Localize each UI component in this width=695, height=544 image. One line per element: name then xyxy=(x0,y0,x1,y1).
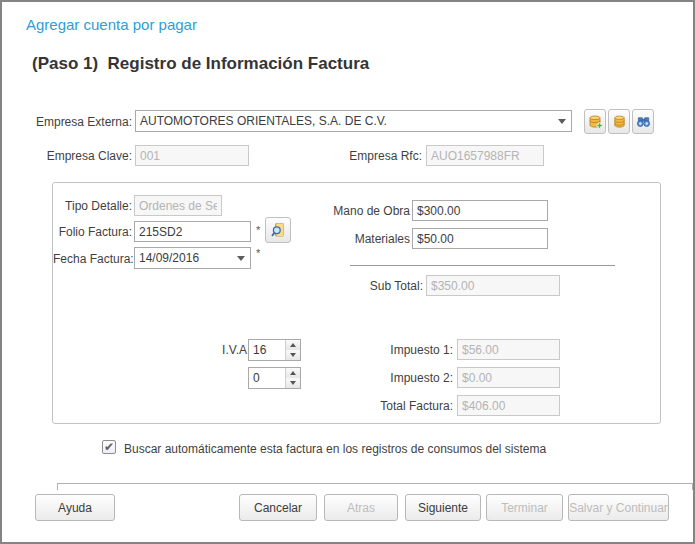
folder-search-icon xyxy=(270,222,286,238)
spinner-up-icon[interactable] xyxy=(286,368,300,378)
add-record-database-icon xyxy=(587,114,603,130)
folio-factura-input[interactable] xyxy=(134,221,251,242)
empresa-clave-input[interactable] xyxy=(135,145,249,166)
impuesto2-label: Impuesto 2: xyxy=(333,371,453,385)
empresa-clave-label: Empresa Clave: xyxy=(32,149,132,163)
folio-search-button[interactable] xyxy=(265,217,291,243)
subtotal-divider xyxy=(350,265,615,266)
ayuda-button[interactable]: Ayuda xyxy=(35,494,115,521)
spinner-down-icon[interactable] xyxy=(286,350,300,360)
database-icon xyxy=(612,114,627,129)
total-factura-input[interactable] xyxy=(457,395,560,416)
chevron-down-icon[interactable] xyxy=(553,111,571,131)
empresa-externa-value: AUTOMOTORES ORIENTALES, S.A. DE C.V. xyxy=(136,114,553,128)
empresa-rfc-input[interactable] xyxy=(426,145,544,166)
empresa-externa-combobox[interactable]: AUTOMOTORES ORIENTALES, S.A. DE C.V. xyxy=(135,110,572,132)
impuesto1-label: Impuesto 1: xyxy=(333,343,453,357)
cancelar-button[interactable]: Cancelar xyxy=(239,494,317,521)
sub-total-input[interactable] xyxy=(426,275,560,296)
folio-required-mark: * xyxy=(256,224,260,236)
materiales-input[interactable] xyxy=(412,228,548,249)
page-title: (Paso 1) Registro de Información Factura xyxy=(32,54,369,74)
impuesto2-input[interactable] xyxy=(457,367,560,388)
mano-de-obra-input[interactable] xyxy=(412,200,548,221)
chevron-down-icon[interactable] xyxy=(232,248,250,268)
sub-total-label: Sub Total: xyxy=(303,279,423,293)
tipo-detalle-label: Tipo Detalle: xyxy=(53,199,132,213)
fecha-factura-datepicker[interactable]: 14/09/2016 xyxy=(134,247,251,269)
tipo-detalle-input[interactable] xyxy=(134,195,222,216)
add-account-payable-window: Agregar cuenta por pagar (Paso 1) Regist… xyxy=(0,0,695,544)
siguiente-button[interactable]: Siguiente xyxy=(405,494,481,521)
folio-factura-label: Folio Factura: xyxy=(53,225,132,239)
checkmark-icon: ✔ xyxy=(104,440,114,454)
fecha-factura-value: 14/09/2016 xyxy=(135,251,232,265)
iva-extra-value: 0 xyxy=(249,368,285,388)
iva-spinner[interactable]: 16 xyxy=(248,339,301,361)
mano-de-obra-label: Mano de Obra xyxy=(303,204,410,218)
empresa-externa-label: Empresa Externa: xyxy=(32,115,132,129)
auto-search-checkbox[interactable]: ✔ xyxy=(102,440,116,454)
database-button[interactable] xyxy=(608,109,630,134)
spinner-down-icon[interactable] xyxy=(286,378,300,388)
total-factura-label: Total Factura: xyxy=(333,399,453,413)
search-binoculars-button[interactable] xyxy=(632,109,654,134)
invoice-detail-groupbox: Tipo Detalle: Folio Factura: * Fecha Fac… xyxy=(52,182,661,424)
impuesto1-input[interactable] xyxy=(457,339,560,360)
iva-extra-spinner[interactable]: 0 xyxy=(248,367,301,389)
fecha-required-mark: * xyxy=(256,247,260,259)
binoculars-search-icon xyxy=(636,114,651,129)
iva-label: I.V.A xyxy=(183,343,247,357)
materiales-label: Materiales xyxy=(303,232,410,246)
breadcrumb-link[interactable]: Agregar cuenta por pagar xyxy=(26,16,197,33)
auto-search-checkbox-label[interactable]: Buscar automáticamente esta factura en l… xyxy=(124,442,546,456)
salvar-y-continuar-button[interactable]: Salvar y Continuar xyxy=(568,494,669,521)
spinner-up-icon[interactable] xyxy=(286,340,300,350)
fecha-factura-label: Fecha Factura: xyxy=(53,252,132,266)
add-record-button[interactable] xyxy=(584,109,606,134)
iva-value: 16 xyxy=(249,340,285,360)
empresa-rfc-label: Empresa Rfc: xyxy=(322,149,422,163)
terminar-button[interactable]: Terminar xyxy=(486,494,563,521)
atras-button[interactable]: Atras xyxy=(324,494,398,521)
